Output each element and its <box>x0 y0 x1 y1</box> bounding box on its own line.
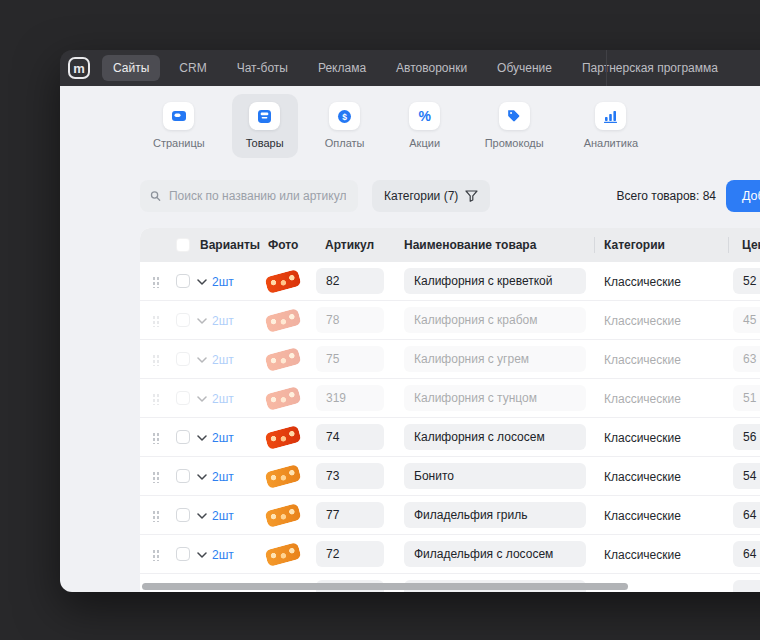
row-checkbox[interactable] <box>176 352 190 366</box>
nav-item[interactable]: CRM <box>168 55 217 81</box>
product-name-field[interactable]: Бонито <box>404 463 586 489</box>
header-variants: Варианты <box>200 238 260 252</box>
drag-handle-icon[interactable] <box>152 510 160 522</box>
main-nav: СайтыCRMЧат-ботыРекламаАвтоворонкиОбучен… <box>102 55 729 81</box>
tab-товары[interactable]: Товары <box>232 94 298 158</box>
search-input[interactable] <box>167 188 348 204</box>
drag-handle-icon[interactable] <box>152 276 160 288</box>
sku-field[interactable]: 82 <box>316 268 384 294</box>
sku-field[interactable]: 77 <box>316 502 384 528</box>
variants-count-link[interactable]: 2шт <box>212 431 234 445</box>
variants-count-link[interactable]: 2шт <box>212 314 234 328</box>
product-photo[interactable] <box>264 386 301 411</box>
sku-field[interactable]: 319 <box>316 385 384 411</box>
sku-field[interactable]: 73 <box>316 463 384 489</box>
product-name-field[interactable]: Филадельфия гриль <box>404 502 586 528</box>
category-value: Классические <box>604 548 681 562</box>
table-row: 2шт 319 Калифорния с тунцом Классические… <box>140 379 760 418</box>
table-row: 2шт 78 Калифорния с крабом Классические … <box>140 301 760 340</box>
row-checkbox[interactable] <box>176 469 190 483</box>
nav-item[interactable]: Обучение <box>486 55 563 81</box>
variants-count-link[interactable]: 2шт <box>212 275 234 289</box>
row-checkbox[interactable] <box>176 508 190 522</box>
tab-акции[interactable]: %Акции <box>392 94 458 158</box>
products-table: Варианты Фото Артикул Наименование товар… <box>140 228 760 592</box>
product-name-field[interactable]: Калифорния с тунцом <box>404 385 586 411</box>
price-field[interactable] <box>733 580 760 592</box>
price-field[interactable]: 56 <box>733 424 760 450</box>
drag-handle-icon[interactable] <box>152 354 160 366</box>
top-navbar: m СайтыCRMЧат-ботыРекламаАвтоворонкиОбуч… <box>60 50 760 86</box>
price-field[interactable]: 63 <box>733 346 760 372</box>
product-photo[interactable] <box>264 425 301 450</box>
product-name-field[interactable]: Филадельфия с лососем <box>404 541 586 567</box>
product-photo[interactable] <box>264 308 301 333</box>
sku-field[interactable]: 75 <box>316 346 384 372</box>
search-field[interactable] <box>140 180 358 212</box>
row-checkbox[interactable] <box>176 391 190 405</box>
chevron-down-icon[interactable] <box>197 357 207 363</box>
row-checkbox[interactable] <box>176 313 190 327</box>
row-checkbox[interactable] <box>176 274 190 288</box>
nav-item[interactable]: Реклама <box>307 55 377 81</box>
price-field[interactable]: 54 <box>733 463 760 489</box>
nav-item[interactable]: Чат-боты <box>226 55 299 81</box>
add-product-button[interactable]: Добавить <box>726 180 760 212</box>
tab-аналитика[interactable]: Аналитика <box>571 94 651 158</box>
product-photo[interactable] <box>264 347 301 372</box>
sku-field[interactable]: 74 <box>316 424 384 450</box>
nav-item[interactable]: Автоворонки <box>385 55 478 81</box>
chevron-down-icon[interactable] <box>197 513 207 519</box>
product-name-field[interactable]: Калифорния с креветкой <box>404 268 586 294</box>
sku-field[interactable]: 72 <box>316 541 384 567</box>
tab-промокоды[interactable]: Промокоды <box>472 94 557 158</box>
product-name-field[interactable]: Калифорния с крабом <box>404 307 586 333</box>
tab-оплаты[interactable]: $Оплаты <box>312 94 378 158</box>
sku-value: 319 <box>326 391 346 405</box>
price-value: 63 <box>743 352 756 366</box>
sku-field[interactable]: 78 <box>316 307 384 333</box>
table-body: 2шт 82 Калифорния с креветкой Классическ… <box>140 262 760 592</box>
tab-label: Акции <box>409 137 440 149</box>
horizontal-scrollbar-thumb[interactable] <box>142 583 628 590</box>
drag-handle-icon[interactable] <box>152 315 160 327</box>
drag-handle-icon[interactable] <box>152 471 160 483</box>
header-separator <box>728 237 729 253</box>
tab-страницы[interactable]: Страницы <box>140 94 218 158</box>
product-photo[interactable] <box>264 542 301 567</box>
price-field[interactable]: 45 <box>733 307 760 333</box>
row-checkbox[interactable] <box>176 430 190 444</box>
variants-count-link[interactable]: 2шт <box>212 509 234 523</box>
variants-count-link[interactable]: 2шт <box>212 548 234 562</box>
categories-filter-button[interactable]: Категории (7) <box>372 180 490 212</box>
product-name-field[interactable]: Калифорния с лососем <box>404 424 586 450</box>
app-logo: m <box>68 57 90 79</box>
select-all-checkbox[interactable] <box>176 238 190 252</box>
variants-count-link[interactable]: 2шт <box>212 392 234 406</box>
drag-handle-icon[interactable] <box>152 549 160 561</box>
nav-item[interactable]: Партнерская программа <box>571 55 729 81</box>
product-photo[interactable] <box>264 269 301 294</box>
chevron-down-icon[interactable] <box>197 552 207 558</box>
product-photo[interactable] <box>264 503 301 528</box>
nav-divider <box>606 50 607 86</box>
variants-count-link[interactable]: 2шт <box>212 353 234 367</box>
price-field[interactable]: 64 <box>733 541 760 567</box>
row-checkbox[interactable] <box>176 547 190 561</box>
nav-item[interactable]: Сайты <box>102 55 160 81</box>
price-field[interactable]: 64 <box>733 502 760 528</box>
chevron-down-icon[interactable] <box>197 279 207 285</box>
chevron-down-icon[interactable] <box>197 396 207 402</box>
chevron-down-icon[interactable] <box>197 435 207 441</box>
chevron-down-icon[interactable] <box>197 318 207 324</box>
price-field[interactable]: 52 <box>733 268 760 294</box>
drag-handle-icon[interactable] <box>152 393 160 405</box>
chevron-down-icon[interactable] <box>197 474 207 480</box>
product-name-field[interactable]: Калифорния с угрем <box>404 346 586 372</box>
drag-handle-icon[interactable] <box>152 432 160 444</box>
product-name-value: Филадельфия гриль <box>414 508 527 522</box>
variants-count-link[interactable]: 2шт <box>212 470 234 484</box>
product-photo[interactable] <box>264 464 301 489</box>
price-field[interactable]: 51 <box>733 385 760 411</box>
goods-icon <box>249 102 280 130</box>
